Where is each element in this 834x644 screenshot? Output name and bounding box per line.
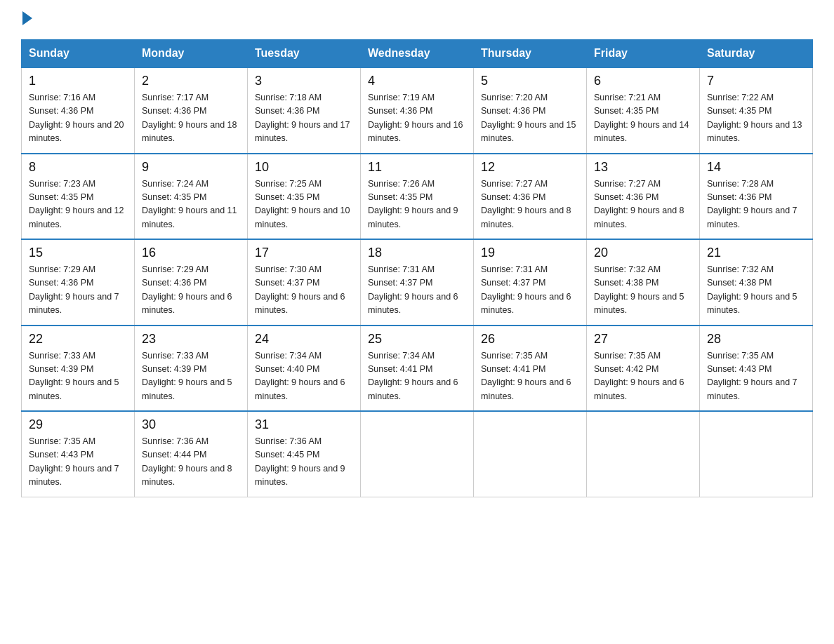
day-info: Sunrise: 7:31 AMSunset: 4:37 PMDaylight:…: [481, 264, 571, 315]
weekday-header-row: SundayMondayTuesdayWednesdayThursdayFrid…: [22, 40, 813, 68]
calendar-cell: [361, 411, 474, 497]
calendar-cell: 31 Sunrise: 7:36 AMSunset: 4:45 PMDaylig…: [248, 411, 361, 497]
day-number: 29: [29, 417, 127, 432]
calendar-cell: 26 Sunrise: 7:35 AMSunset: 4:41 PMDaylig…: [474, 326, 587, 412]
calendar-cell: 30 Sunrise: 7:36 AMSunset: 4:44 PMDaylig…: [135, 411, 248, 497]
calendar-cell: 11 Sunrise: 7:26 AMSunset: 4:35 PMDaylig…: [361, 154, 474, 240]
day-info: Sunrise: 7:16 AMSunset: 4:36 PMDaylight:…: [29, 93, 124, 143]
day-number: 31: [255, 417, 353, 432]
day-info: Sunrise: 7:34 AMSunset: 4:40 PMDaylight:…: [255, 351, 345, 401]
day-info: Sunrise: 7:33 AMSunset: 4:39 PMDaylight:…: [29, 351, 119, 401]
day-info: Sunrise: 7:29 AMSunset: 4:36 PMDaylight:…: [29, 264, 119, 315]
day-info: Sunrise: 7:35 AMSunset: 4:43 PMDaylight:…: [29, 436, 119, 487]
calendar-week-row: 15 Sunrise: 7:29 AMSunset: 4:36 PMDaylig…: [22, 239, 813, 326]
day-info: Sunrise: 7:31 AMSunset: 4:37 PMDaylight:…: [368, 264, 458, 315]
page-header: [21, 14, 813, 27]
logo-triangle-icon: [22, 11, 32, 25]
calendar-cell: 22 Sunrise: 7:33 AMSunset: 4:39 PMDaylig…: [22, 326, 135, 412]
day-info: Sunrise: 7:28 AMSunset: 4:36 PMDaylight:…: [707, 179, 797, 229]
day-info: Sunrise: 7:21 AMSunset: 4:35 PMDaylight:…: [594, 93, 689, 143]
day-number: 7: [707, 74, 805, 88]
calendar-cell: 6 Sunrise: 7:21 AMSunset: 4:35 PMDayligh…: [587, 67, 700, 154]
day-number: 8: [29, 160, 127, 175]
day-info: Sunrise: 7:35 AMSunset: 4:43 PMDaylight:…: [707, 351, 797, 401]
calendar-cell: 15 Sunrise: 7:29 AMSunset: 4:36 PMDaylig…: [22, 239, 135, 326]
day-info: Sunrise: 7:30 AMSunset: 4:37 PMDaylight:…: [255, 264, 345, 315]
day-number: 16: [142, 246, 240, 260]
day-info: Sunrise: 7:33 AMSunset: 4:39 PMDaylight:…: [142, 351, 232, 401]
calendar-week-row: 8 Sunrise: 7:23 AMSunset: 4:35 PMDayligh…: [22, 154, 813, 240]
day-number: 19: [481, 246, 579, 260]
day-number: 24: [255, 332, 353, 347]
day-number: 12: [481, 160, 579, 175]
day-info: Sunrise: 7:36 AMSunset: 4:45 PMDaylight:…: [255, 436, 345, 487]
day-number: 23: [142, 332, 240, 347]
day-info: Sunrise: 7:27 AMSunset: 4:36 PMDaylight:…: [481, 179, 571, 229]
day-number: 5: [481, 74, 579, 88]
calendar-cell: 4 Sunrise: 7:19 AMSunset: 4:36 PMDayligh…: [361, 67, 474, 154]
day-number: 21: [707, 246, 805, 260]
calendar-body: 1 Sunrise: 7:16 AMSunset: 4:36 PMDayligh…: [22, 67, 813, 497]
calendar-cell: 16 Sunrise: 7:29 AMSunset: 4:36 PMDaylig…: [135, 239, 248, 326]
calendar-cell: 2 Sunrise: 7:17 AMSunset: 4:36 PMDayligh…: [135, 67, 248, 154]
day-number: 27: [594, 332, 692, 347]
day-number: 6: [594, 74, 692, 88]
day-info: Sunrise: 7:24 AMSunset: 4:35 PMDaylight:…: [142, 179, 237, 229]
calendar-cell: 18 Sunrise: 7:31 AMSunset: 4:37 PMDaylig…: [361, 239, 474, 326]
calendar-cell: 20 Sunrise: 7:32 AMSunset: 4:38 PMDaylig…: [587, 239, 700, 326]
day-info: Sunrise: 7:36 AMSunset: 4:44 PMDaylight:…: [142, 436, 232, 487]
day-info: Sunrise: 7:34 AMSunset: 4:41 PMDaylight:…: [368, 351, 458, 401]
day-number: 22: [29, 332, 127, 347]
day-info: Sunrise: 7:35 AMSunset: 4:41 PMDaylight:…: [481, 351, 571, 401]
day-number: 18: [368, 246, 466, 260]
calendar-cell: 14 Sunrise: 7:28 AMSunset: 4:36 PMDaylig…: [700, 154, 813, 240]
day-number: 1: [29, 74, 127, 88]
day-info: Sunrise: 7:18 AMSunset: 4:36 PMDaylight:…: [255, 93, 350, 143]
day-number: 25: [368, 332, 466, 347]
day-number: 28: [707, 332, 805, 347]
calendar-cell: 27 Sunrise: 7:35 AMSunset: 4:42 PMDaylig…: [587, 326, 700, 412]
calendar-cell: 8 Sunrise: 7:23 AMSunset: 4:35 PMDayligh…: [22, 154, 135, 240]
day-info: Sunrise: 7:20 AMSunset: 4:36 PMDaylight:…: [481, 93, 576, 143]
calendar-cell: 25 Sunrise: 7:34 AMSunset: 4:41 PMDaylig…: [361, 326, 474, 412]
weekday-header-tuesday: Tuesday: [248, 40, 361, 68]
calendar-cell: 7 Sunrise: 7:22 AMSunset: 4:35 PMDayligh…: [700, 67, 813, 154]
calendar-header: SundayMondayTuesdayWednesdayThursdayFrid…: [22, 40, 813, 68]
day-info: Sunrise: 7:26 AMSunset: 4:35 PMDaylight:…: [368, 179, 458, 229]
day-number: 3: [255, 74, 353, 88]
day-number: 10: [255, 160, 353, 175]
day-number: 20: [594, 246, 692, 260]
day-number: 14: [707, 160, 805, 175]
day-info: Sunrise: 7:17 AMSunset: 4:36 PMDaylight:…: [142, 93, 237, 143]
day-info: Sunrise: 7:22 AMSunset: 4:35 PMDaylight:…: [707, 93, 802, 143]
calendar-cell: 1 Sunrise: 7:16 AMSunset: 4:36 PMDayligh…: [22, 67, 135, 154]
day-number: 2: [142, 74, 240, 88]
weekday-header-sunday: Sunday: [22, 40, 135, 68]
day-number: 15: [29, 246, 127, 260]
day-number: 17: [255, 246, 353, 260]
calendar-cell: 28 Sunrise: 7:35 AMSunset: 4:43 PMDaylig…: [700, 326, 813, 412]
logo: [21, 14, 32, 27]
day-info: Sunrise: 7:27 AMSunset: 4:36 PMDaylight:…: [594, 179, 684, 229]
weekday-header-thursday: Thursday: [474, 40, 587, 68]
calendar-cell: 13 Sunrise: 7:27 AMSunset: 4:36 PMDaylig…: [587, 154, 700, 240]
calendar-week-row: 22 Sunrise: 7:33 AMSunset: 4:39 PMDaylig…: [22, 326, 813, 412]
calendar-week-row: 1 Sunrise: 7:16 AMSunset: 4:36 PMDayligh…: [22, 67, 813, 154]
day-info: Sunrise: 7:19 AMSunset: 4:36 PMDaylight:…: [368, 93, 463, 143]
day-info: Sunrise: 7:32 AMSunset: 4:38 PMDaylight:…: [594, 264, 684, 315]
day-number: 9: [142, 160, 240, 175]
calendar-cell: 21 Sunrise: 7:32 AMSunset: 4:38 PMDaylig…: [700, 239, 813, 326]
calendar-cell: [587, 411, 700, 497]
weekday-header-wednesday: Wednesday: [361, 40, 474, 68]
day-info: Sunrise: 7:29 AMSunset: 4:36 PMDaylight:…: [142, 264, 232, 315]
calendar-cell: [474, 411, 587, 497]
calendar-cell: 29 Sunrise: 7:35 AMSunset: 4:43 PMDaylig…: [22, 411, 135, 497]
calendar-cell: 17 Sunrise: 7:30 AMSunset: 4:37 PMDaylig…: [248, 239, 361, 326]
calendar-cell: 9 Sunrise: 7:24 AMSunset: 4:35 PMDayligh…: [135, 154, 248, 240]
calendar-cell: [700, 411, 813, 497]
calendar-cell: 12 Sunrise: 7:27 AMSunset: 4:36 PMDaylig…: [474, 154, 587, 240]
weekday-header-friday: Friday: [587, 40, 700, 68]
calendar-week-row: 29 Sunrise: 7:35 AMSunset: 4:43 PMDaylig…: [22, 411, 813, 497]
calendar-cell: 5 Sunrise: 7:20 AMSunset: 4:36 PMDayligh…: [474, 67, 587, 154]
day-info: Sunrise: 7:23 AMSunset: 4:35 PMDaylight:…: [29, 179, 124, 229]
